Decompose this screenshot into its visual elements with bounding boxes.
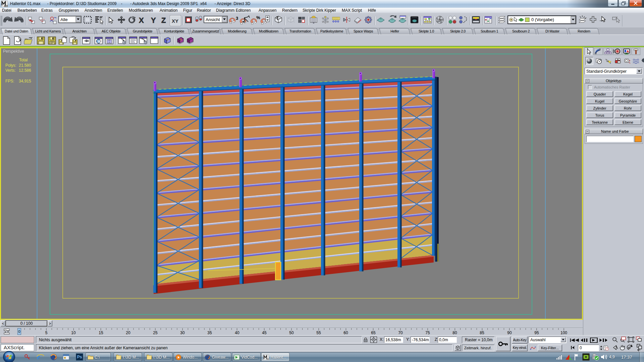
svg-text:XY: XY bbox=[172, 18, 178, 24]
svg-text:0 (Vorgabe): 0 (Vorgabe) bbox=[531, 17, 554, 22]
svg-text:Y: Y bbox=[151, 16, 156, 24]
svg-text:3DS: 3DS bbox=[266, 358, 269, 360]
svg-text:M: M bbox=[97, 39, 101, 44]
svg-text:Alle: Alle bbox=[60, 17, 68, 22]
svg-text:%: % bbox=[256, 15, 260, 20]
svg-text:e: e bbox=[37, 353, 40, 361]
svg-text:Ansicht: Ansicht bbox=[206, 17, 220, 22]
svg-text:3DS: 3DS bbox=[4, 5, 8, 7]
svg-text:X: X bbox=[139, 16, 144, 24]
svg-text:3: 3 bbox=[236, 16, 238, 21]
svg-text:Z: Z bbox=[161, 16, 166, 24]
